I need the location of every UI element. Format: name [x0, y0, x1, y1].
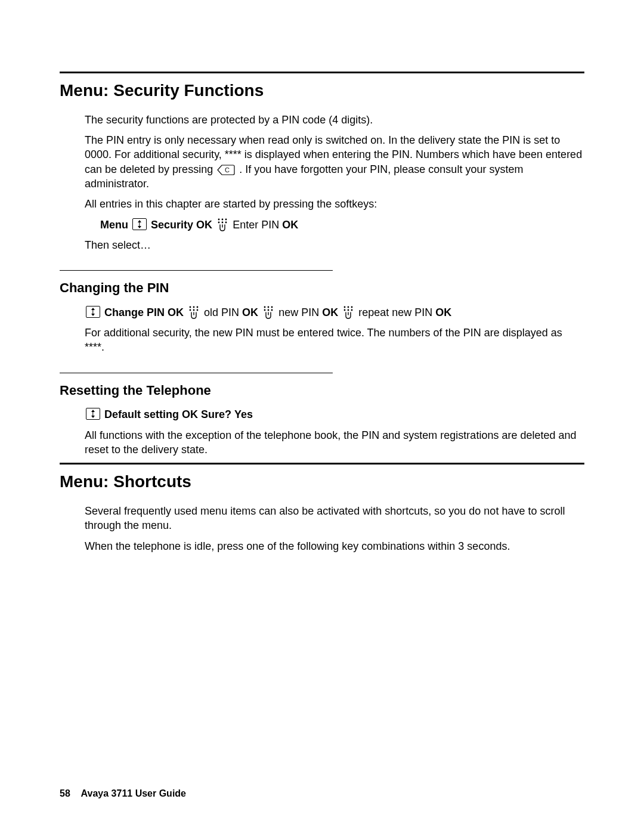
- label-change-pin: Change PIN: [104, 306, 165, 318]
- heading-resetting-telephone: Resetting the Telephone: [60, 382, 584, 400]
- para: The security functions are protected by …: [85, 113, 584, 127]
- svg-point-20: [348, 306, 349, 308]
- label-repeat-pin: repeat new PIN: [358, 306, 435, 318]
- softkey-sequence: Menu Security OK Enter PIN OK: [100, 218, 584, 232]
- section2-body: Several frequently used menu items can a…: [85, 504, 584, 553]
- section1-body: The security functions are protected by …: [85, 113, 584, 252]
- softkey-sequence: Default setting OK Sure? Yes: [85, 407, 584, 422]
- sub2-body: Default setting OK Sure? Yes All functio…: [85, 407, 584, 457]
- label-ok: OK: [168, 306, 184, 318]
- svg-point-7: [190, 306, 191, 308]
- page-footer: 58 Avaya 3711 User Guide: [60, 787, 186, 800]
- para: For additional security, the new PIN mus…: [85, 326, 584, 355]
- label-ok: OK: [282, 219, 298, 231]
- label-ok: OK: [196, 219, 212, 231]
- label-enter-pin: Enter PIN: [233, 219, 282, 231]
- svg-point-14: [268, 306, 270, 308]
- label-default-setting: Default setting: [104, 408, 179, 420]
- svg-point-12: [197, 309, 199, 311]
- svg-point-8: [193, 306, 195, 308]
- svg-point-9: [197, 306, 199, 308]
- section-rule: [60, 72, 584, 73]
- svg-point-6: [225, 221, 227, 223]
- nav-up-down-icon: [86, 306, 100, 318]
- svg-point-10: [190, 309, 191, 311]
- svg-point-21: [351, 306, 353, 308]
- para: All functions with the exception of the …: [85, 428, 584, 457]
- svg-point-13: [264, 306, 266, 308]
- keypad-icon: [216, 218, 228, 232]
- para: All entries in this chapter are started …: [85, 197, 584, 211]
- label-menu: Menu: [100, 219, 128, 231]
- svg-point-4: [218, 221, 220, 223]
- svg-point-3: [225, 218, 227, 220]
- section-rule: [60, 463, 584, 465]
- svg-point-16: [264, 309, 266, 311]
- svg-point-11: [193, 309, 195, 311]
- nav-up-down-icon: [86, 408, 100, 420]
- keypad-icon: [188, 305, 200, 320]
- subsection-rule: [60, 270, 333, 271]
- label-ok: OK: [435, 306, 451, 318]
- svg-point-5: [222, 221, 224, 223]
- sub1-body: Change PIN OK old PIN OK: [85, 305, 584, 355]
- heading-shortcuts: Menu: Shortcuts: [60, 470, 584, 493]
- clear-key-icon: C: [217, 165, 235, 175]
- svg-point-17: [268, 309, 270, 311]
- para: The PIN entry is only necessary when rea…: [85, 133, 584, 191]
- para: Then select…: [85, 238, 584, 252]
- para: Several frequently used menu items can a…: [85, 504, 584, 533]
- keypad-icon: [342, 305, 354, 320]
- nav-up-down-icon: [132, 218, 147, 230]
- label-yes: Yes: [234, 408, 253, 420]
- svg-point-23: [348, 309, 349, 311]
- svg-point-2: [222, 218, 224, 220]
- svg-point-15: [271, 306, 273, 308]
- heading-security-functions: Menu: Security Functions: [60, 79, 584, 102]
- label-old-pin: old PIN: [204, 306, 242, 318]
- page: Menu: Security Functions The security fu…: [0, 0, 644, 833]
- softkey-sequence: Change PIN OK old PIN OK: [85, 305, 584, 320]
- doc-title: Avaya 3711 User Guide: [81, 788, 186, 798]
- page-number: 58: [60, 788, 70, 798]
- svg-point-22: [344, 309, 346, 311]
- para: When the telephone is idle, press one of…: [85, 539, 584, 553]
- svg-point-24: [351, 309, 353, 311]
- label-ok: OK: [242, 306, 258, 318]
- svg-point-19: [344, 306, 346, 308]
- label-ok: OK: [322, 306, 338, 318]
- svg-text:C: C: [225, 166, 230, 174]
- svg-point-1: [218, 218, 220, 220]
- label-security: Security: [151, 219, 193, 231]
- label-ok: OK: [182, 408, 198, 420]
- heading-changing-pin: Changing the PIN: [60, 279, 584, 297]
- keypad-icon: [262, 305, 274, 320]
- svg-point-18: [271, 309, 273, 311]
- label-sure: Sure?: [201, 408, 231, 420]
- label-new-pin: new PIN: [278, 306, 322, 318]
- subsection-rule: [60, 373, 333, 373]
